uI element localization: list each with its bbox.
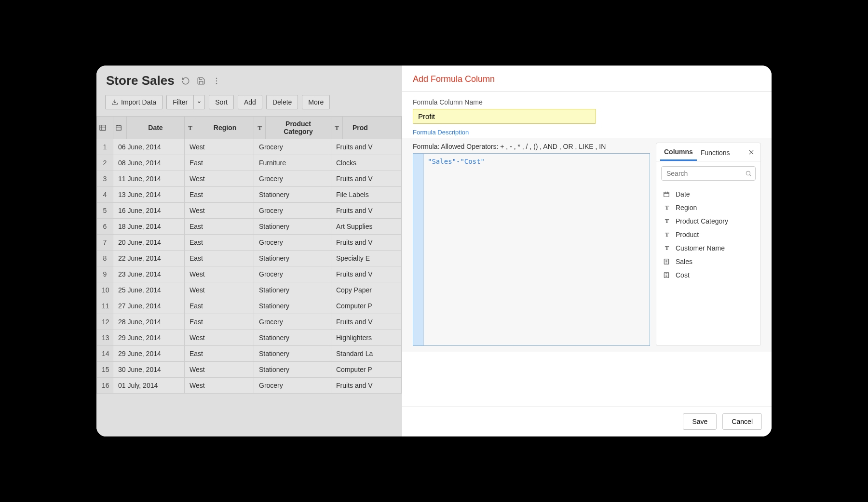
- cell-date[interactable]: 20 June, 2014: [113, 235, 185, 251]
- close-icon[interactable]: [746, 147, 757, 158]
- import-data-button[interactable]: Import Data: [105, 95, 163, 109]
- cell-category[interactable]: Stationery: [254, 362, 331, 378]
- cell-region[interactable]: West: [185, 330, 254, 346]
- cell-category[interactable]: Stationery: [254, 282, 331, 298]
- cell-category[interactable]: Grocery: [254, 203, 331, 219]
- cell-category[interactable]: Stationery: [254, 219, 331, 235]
- column-search-input[interactable]: [661, 166, 756, 181]
- formula-description-link[interactable]: Formula Description: [413, 129, 469, 136]
- more-button[interactable]: More: [302, 95, 330, 109]
- cell-category[interactable]: Grocery: [254, 378, 331, 394]
- cell-region[interactable]: West: [185, 203, 254, 219]
- cell-category[interactable]: Stationery: [254, 346, 331, 362]
- col-header-date[interactable]: Date: [127, 117, 185, 139]
- table-row[interactable]: 1530 June, 2014WestStationeryComputer P: [97, 362, 402, 378]
- cell-region[interactable]: West: [185, 362, 254, 378]
- cell-region[interactable]: West: [185, 378, 254, 394]
- cell-product[interactable]: Fruits and V: [331, 266, 402, 282]
- cell-product[interactable]: Standard La: [331, 346, 402, 362]
- tab-columns[interactable]: Columns: [660, 143, 697, 161]
- cell-date[interactable]: 27 June, 2014: [113, 298, 185, 314]
- cell-product[interactable]: Fruits and V: [331, 139, 402, 155]
- cell-date[interactable]: 28 June, 2014: [113, 314, 185, 330]
- cell-category[interactable]: Grocery: [254, 171, 331, 187]
- cell-product[interactable]: Copy Paper: [331, 282, 402, 298]
- cell-category[interactable]: Grocery: [254, 314, 331, 330]
- cell-date[interactable]: 08 June, 2014: [113, 155, 185, 171]
- cell-date[interactable]: 29 June, 2014: [113, 346, 185, 362]
- cell-category[interactable]: Stationery: [254, 251, 331, 266]
- more-icon[interactable]: [212, 77, 221, 85]
- cell-date[interactable]: 13 June, 2014: [113, 187, 185, 203]
- cell-region[interactable]: East: [185, 235, 254, 251]
- cell-region[interactable]: East: [185, 219, 254, 235]
- table-row[interactable]: 1429 June, 2014EastStationeryStandard La: [97, 346, 402, 362]
- column-item[interactable]: TCustomer Name: [658, 241, 759, 255]
- add-button[interactable]: Add: [238, 95, 262, 109]
- cell-product[interactable]: Fruits and V: [331, 203, 402, 219]
- cell-date[interactable]: 29 June, 2014: [113, 330, 185, 346]
- table-row[interactable]: 822 June, 2014EastStationerySpecialty E: [97, 251, 402, 266]
- cancel-button[interactable]: Cancel: [722, 413, 762, 430]
- cell-date[interactable]: 01 July, 2014: [113, 378, 185, 394]
- cell-region[interactable]: East: [185, 251, 254, 266]
- table-row[interactable]: 106 June, 2014WestGroceryFruits and V: [97, 139, 402, 155]
- save-icon[interactable]: [197, 77, 205, 85]
- col-header-region[interactable]: Region: [196, 117, 254, 139]
- column-item[interactable]: TProduct Category: [658, 214, 759, 228]
- cell-product[interactable]: Fruits and V: [331, 378, 402, 394]
- cell-product[interactable]: Computer P: [331, 298, 402, 314]
- cell-date[interactable]: 30 June, 2014: [113, 362, 185, 378]
- sort-button[interactable]: Sort: [209, 95, 234, 109]
- formula-text[interactable]: "Sales"-"Cost": [424, 154, 650, 345]
- table-row[interactable]: 923 June, 2014WestGroceryFruits and V: [97, 266, 402, 282]
- cell-product[interactable]: Fruits and V: [331, 314, 402, 330]
- column-item[interactable]: TProduct: [658, 228, 759, 241]
- cell-product[interactable]: Clocks: [331, 155, 402, 171]
- formula-name-input[interactable]: [413, 109, 596, 124]
- cell-product[interactable]: Highlighters: [331, 330, 402, 346]
- cell-product[interactable]: Specialty E: [331, 251, 402, 266]
- cell-product[interactable]: Fruits and V: [331, 235, 402, 251]
- cell-product[interactable]: Computer P: [331, 362, 402, 378]
- cell-category[interactable]: Grocery: [254, 266, 331, 282]
- cell-region[interactable]: East: [185, 187, 254, 203]
- cell-region[interactable]: East: [185, 346, 254, 362]
- save-button[interactable]: Save: [683, 413, 717, 430]
- col-header-product[interactable]: Prod: [343, 117, 402, 139]
- table-row[interactable]: 1329 June, 2014WestStationeryHighlighter…: [97, 330, 402, 346]
- table-row[interactable]: 1025 June, 2014WestStationeryCopy Paper: [97, 282, 402, 298]
- table-row[interactable]: 1228 June, 2014EastGroceryFruits and V: [97, 314, 402, 330]
- column-item[interactable]: TRegion: [658, 201, 759, 214]
- table-row[interactable]: 1127 June, 2014EastStationeryComputer P: [97, 298, 402, 314]
- cell-region[interactable]: East: [185, 298, 254, 314]
- col-header-product-category[interactable]: Product Category: [266, 117, 331, 139]
- chevron-down-icon[interactable]: [194, 95, 204, 109]
- table-row[interactable]: 1601 July, 2014WestGroceryFruits and V: [97, 378, 402, 394]
- delete-button[interactable]: Delete: [266, 95, 298, 109]
- filter-button[interactable]: Filter: [166, 95, 205, 109]
- table-row[interactable]: 311 June, 2014WestGroceryFruits and V: [97, 171, 402, 187]
- cell-product[interactable]: File Labels: [331, 187, 402, 203]
- table-row[interactable]: 720 June, 2014EastGroceryFruits and V: [97, 235, 402, 251]
- cell-product[interactable]: Art Supplies: [331, 219, 402, 235]
- column-item[interactable]: Date: [658, 187, 759, 201]
- cell-date[interactable]: 22 June, 2014: [113, 251, 185, 266]
- table-row[interactable]: 618 June, 2014EastStationeryArt Supplies: [97, 219, 402, 235]
- tab-functions[interactable]: Functions: [697, 144, 734, 160]
- cell-category[interactable]: Furniture: [254, 155, 331, 171]
- cell-date[interactable]: 25 June, 2014: [113, 282, 185, 298]
- cell-region[interactable]: West: [185, 266, 254, 282]
- table-row[interactable]: 516 June, 2014WestGroceryFruits and V: [97, 203, 402, 219]
- formula-editor[interactable]: "Sales"-"Cost": [413, 153, 650, 346]
- table-row[interactable]: 413 June, 2014EastStationeryFile Labels: [97, 187, 402, 203]
- cell-date[interactable]: 11 June, 2014: [113, 171, 185, 187]
- column-item[interactable]: Sales: [658, 255, 759, 268]
- cell-date[interactable]: 06 June, 2014: [113, 139, 185, 155]
- column-item[interactable]: Cost: [658, 268, 759, 282]
- cell-category[interactable]: Stationery: [254, 330, 331, 346]
- cell-date[interactable]: 16 June, 2014: [113, 203, 185, 219]
- cell-region[interactable]: East: [185, 314, 254, 330]
- cell-category[interactable]: Grocery: [254, 235, 331, 251]
- cell-date[interactable]: 23 June, 2014: [113, 266, 185, 282]
